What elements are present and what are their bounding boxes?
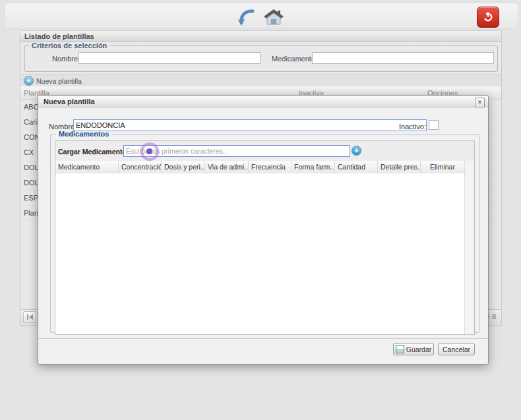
inactivo-checkbox[interactable]: [429, 120, 439, 130]
guardar-label: Guardar: [406, 345, 432, 353]
col-medicamento: Medicamento: [55, 161, 119, 173]
nueva-plantilla-dialog: Nueva plantilla ✕ Nombre: Inactivo: Medi…: [38, 95, 489, 365]
page-title: Listado de plantillas: [20, 31, 501, 42]
app-screen: Listado de plantillas Criterios de selec…: [0, 0, 521, 420]
home-button[interactable]: [262, 7, 286, 28]
col-cantidad: Cantidad: [335, 161, 378, 173]
top-toolbar: [4, 3, 518, 29]
col-detalle: Detalle pres...: [378, 161, 421, 173]
col-eliminar: Eliminar: [421, 161, 462, 173]
cancelar-label: Cancelar: [443, 345, 470, 353]
col-via: Via de admi...: [205, 161, 249, 173]
first-page-button[interactable]: [23, 311, 36, 323]
back-button[interactable]: [234, 7, 258, 28]
cancelar-button[interactable]: Cancelar: [438, 343, 475, 355]
criteria-nombre-input[interactable]: [78, 52, 260, 64]
new-template-button[interactable]: + Nueva plantilla: [20, 76, 82, 86]
col-concentracion: Concentración: [119, 161, 162, 173]
cargar-medicamento-label: Cargar Medicamento:: [58, 148, 129, 156]
criteria-medicamento-label: Medicamento:: [272, 55, 317, 63]
click-indicator-dot: [146, 148, 152, 154]
add-medicamento-icon[interactable]: +: [352, 146, 361, 156]
plus-icon: +: [24, 76, 34, 86]
col-forma: Forma farm...: [291, 161, 335, 173]
home-icon: [262, 7, 285, 28]
logout-power-button[interactable]: [477, 7, 499, 28]
scrollbar-track[interactable]: [464, 161, 474, 334]
first-page-icon: [27, 315, 28, 320]
guardar-button[interactable]: Guardar: [393, 343, 434, 355]
new-template-label: Nueva plantilla: [36, 77, 82, 85]
medicamentos-fieldset: Medicamentos Cargar Medicamento: + Medic…: [50, 130, 479, 333]
dialog-title: Nueva plantilla: [38, 96, 488, 107]
criteria-medicamento-input[interactable]: [312, 52, 494, 64]
page-action-bar: + Nueva plantilla: [20, 74, 501, 88]
criteria-nombre-label: Nombre:: [52, 55, 80, 63]
col-frecuencia: Frecuencia: [249, 161, 291, 173]
medicamentos-grid: Cargar Medicamento: + Medicamento Concen…: [55, 140, 475, 335]
close-icon[interactable]: ✕: [475, 98, 485, 107]
criteria-legend: Criterios de selección: [29, 42, 109, 49]
save-disk-icon: [396, 345, 404, 353]
col-dosis: Dosis y peri...: [162, 161, 205, 173]
dialog-footer: Guardar Cancelar: [38, 338, 488, 364]
medicamentos-legend: Medicamentos: [56, 130, 111, 138]
medicamentos-table-header: Medicamento Concentración Dosis y peri..…: [55, 161, 474, 174]
power-icon: [483, 11, 493, 24]
cargar-medicamento-row: Cargar Medicamento: +: [55, 141, 474, 162]
back-arrow-icon: [236, 8, 256, 28]
medicamentos-table-body: [55, 173, 474, 334]
